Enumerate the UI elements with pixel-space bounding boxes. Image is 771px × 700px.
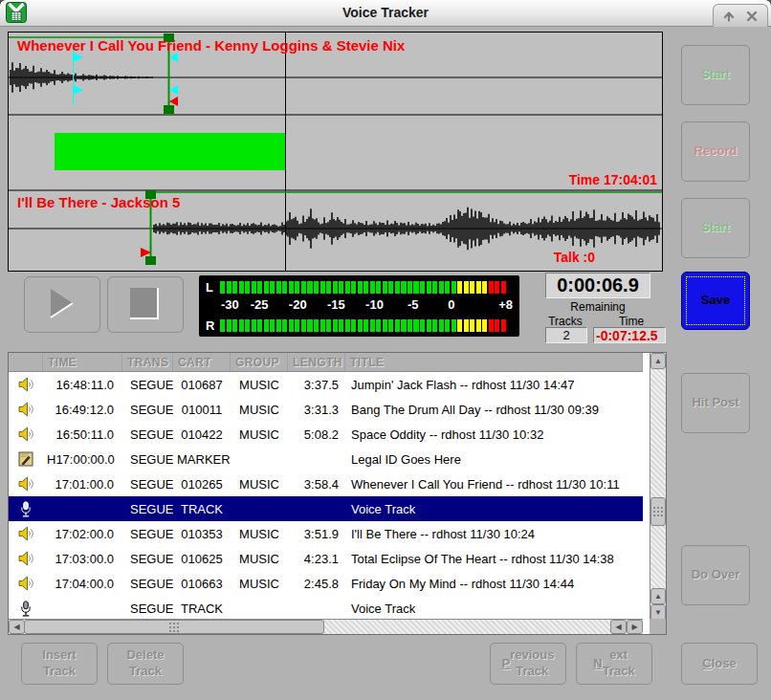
- thumb-grip: [168, 622, 180, 633]
- cell-trans: SEGUE: [122, 577, 173, 591]
- column-header-time[interactable]: TIME: [43, 353, 122, 371]
- close-button[interactable]: Close: [681, 643, 758, 685]
- record-button[interactable]: Record: [681, 121, 750, 182]
- track3-start-marker-icon[interactable]: [141, 248, 151, 257]
- remaining-tracks-label: Tracks: [536, 315, 595, 328]
- column-header-title[interactable]: TITLE: [345, 353, 643, 371]
- meter-segment: [376, 319, 381, 332]
- scroll-right-button[interactable]: [627, 620, 643, 634]
- log-row[interactable]: SEGUETRACKVoice Track: [9, 596, 643, 621]
- meter-segment: [339, 319, 343, 332]
- meter-segment: [482, 281, 487, 294]
- column-header-trans[interactable]: TRANS: [122, 353, 173, 371]
- meter-segment: [326, 319, 331, 332]
- play-icon: [25, 277, 98, 330]
- scroll-left-button[interactable]: [9, 620, 25, 634]
- waveform-panel[interactable]: Whenever I Call You Friend - Kenny Loggi…: [8, 32, 663, 272]
- shade-window-icon[interactable]: [722, 10, 736, 23]
- meter-segment: [295, 319, 299, 332]
- scroll-up-button[interactable]: [650, 353, 666, 369]
- next-track-button[interactable]: NextTrack: [576, 643, 652, 685]
- horizontal-scroll-thumb[interactable]: [24, 620, 324, 634]
- meter-segment: [314, 319, 319, 332]
- column-header-icon[interactable]: [9, 353, 43, 371]
- meter-segment: [457, 319, 462, 332]
- meter-segment: [295, 281, 299, 294]
- cell-time: 17:04:00.0: [43, 577, 122, 591]
- cell-group: MUSIC: [231, 577, 288, 591]
- marker-note-icon: [18, 451, 33, 467]
- log-row[interactable]: 17:04:00.0SEGUE010663MUSIC2:45.8Friday O…: [9, 571, 643, 596]
- meter-segment: [301, 319, 306, 332]
- meter-segment: [401, 319, 406, 332]
- meter-right-label: R: [206, 319, 220, 332]
- hit-post-button[interactable]: Hit Post: [681, 373, 750, 433]
- meter-scale: -30-25-20-15-10-50+8: [221, 297, 513, 313]
- cell-cart: 010422: [173, 427, 231, 442]
- meter-segment: [282, 319, 287, 332]
- thumb-grip: [652, 506, 664, 517]
- title-bar[interactable]: Voice Tracker: [0, 0, 771, 27]
- cell-icon: [9, 601, 43, 617]
- horizontal-scrollbar[interactable]: [9, 619, 643, 634]
- play-button[interactable]: [24, 276, 100, 333]
- voice-track-region[interactable]: [55, 133, 285, 170]
- start-2-button[interactable]: Start: [681, 198, 750, 258]
- meter-segment: [239, 281, 244, 294]
- waveform-canvas[interactable]: [9, 33, 662, 271]
- column-header-group[interactable]: GROUP: [231, 353, 288, 371]
- cell-icon: [9, 451, 43, 467]
- fade-start-marker-icon[interactable]: [73, 85, 83, 95]
- stop-button[interactable]: [107, 276, 184, 333]
- vertical-scroll-thumb[interactable]: [650, 497, 666, 526]
- microphone-icon: [19, 601, 33, 617]
- meter-segment: [227, 319, 231, 332]
- scroll-up-button-2[interactable]: [650, 588, 666, 604]
- log-row[interactable]: H17:00:00.0SEGUEMARKERLegal ID Goes Here: [9, 447, 643, 471]
- meter-segment: [427, 319, 431, 332]
- meter-segment: [326, 281, 331, 294]
- vertical-scrollbar[interactable]: [650, 353, 666, 621]
- stop-icon: [108, 277, 181, 330]
- log-row[interactable]: 16:48:11.0SEGUE010687MUSIC3:37.5Jumpin' …: [9, 372, 643, 397]
- log-row[interactable]: 16:50:11.0SEGUE010422MUSIC5:08.2Space Od…: [9, 422, 643, 447]
- column-header-cart[interactable]: CART: [173, 353, 231, 371]
- meter-segment: [363, 281, 368, 294]
- fade-start-marker-icon[interactable]: [73, 53, 83, 62]
- scroll-left-button-2[interactable]: [610, 620, 627, 634]
- log-row[interactable]: 17:03:00.0SEGUE010625MUSIC4:23.1Total Ec…: [9, 546, 643, 571]
- cell-cart: 010625: [173, 552, 231, 566]
- log-row-selected[interactable]: SEGUETRACKVoice Track: [9, 496, 643, 521]
- track1-title: Whenever I Call You Friend - Kenny Loggi…: [17, 37, 405, 54]
- cell-title: Jumpin' Jack Flash -- rdhost 11/30 14:47: [345, 378, 643, 392]
- close-window-icon[interactable]: [745, 10, 759, 23]
- track1-edit-handle[interactable]: [164, 105, 174, 114]
- cell-trans: SEGUE: [122, 477, 173, 492]
- meter-left-label: L: [206, 281, 220, 294]
- track3-edit-handle[interactable]: [145, 256, 156, 265]
- cell-trans: SEGUE: [122, 602, 173, 616]
- delete-track-button[interactable]: DeleteTrack: [107, 643, 184, 685]
- meter-segment: [420, 281, 425, 294]
- meter-segment: [470, 319, 474, 332]
- meter-segment: [270, 319, 275, 332]
- meter-segment: [408, 319, 412, 332]
- meter-segment: [264, 281, 269, 294]
- insert-track-button[interactable]: InsertTrack: [21, 643, 98, 685]
- meter-segment: [220, 319, 225, 332]
- track1-start-marker-icon[interactable]: [169, 97, 178, 106]
- do-over-button[interactable]: Do Over: [681, 545, 750, 605]
- fade-end-marker-icon[interactable]: [169, 85, 178, 95]
- fade-end-marker-icon[interactable]: [169, 53, 178, 62]
- log-row[interactable]: 17:01:00.0SEGUE010265MUSIC3:58.4Whenever…: [9, 471, 643, 496]
- log-row[interactable]: 16:49:12.0SEGUE010011MUSIC3:31.3Bang The…: [9, 397, 643, 422]
- log-row[interactable]: 17:02:00.0SEGUE010353MUSIC3:51.9I'll Be …: [9, 521, 643, 546]
- cell-time: 17:03:00.0: [43, 552, 122, 566]
- meter-segment: [333, 319, 338, 332]
- start-1-button[interactable]: Start: [681, 45, 750, 105]
- column-header-length[interactable]: LENGTH: [288, 353, 345, 371]
- save-button[interactable]: Save: [681, 272, 750, 330]
- meter-segment: [489, 281, 494, 294]
- meter-segment: [388, 281, 393, 294]
- previous-track-button[interactable]: PreviousTrack: [490, 643, 566, 685]
